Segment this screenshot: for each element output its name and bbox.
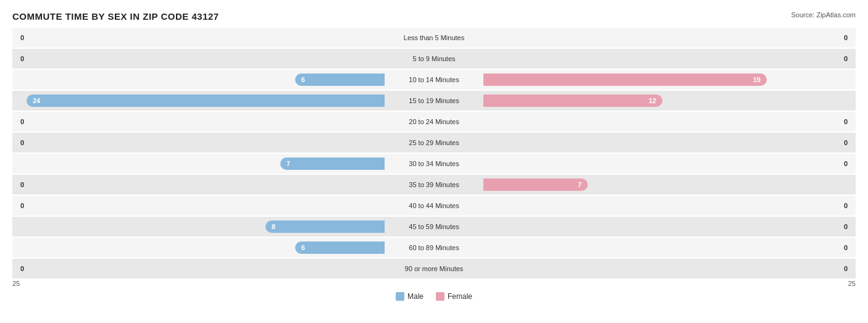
axis-labels: 25 25 xyxy=(12,280,856,287)
chart-container: COMMUTE TIME BY SEX IN ZIP CODE 43127 So… xyxy=(0,0,868,323)
bar-label: 45 to 59 Minutes xyxy=(385,223,483,230)
bar-label: 20 to 24 Minutes xyxy=(385,118,483,125)
bar-row: 0 40 to 44 Minutes 0 xyxy=(12,196,856,216)
bar-label: 35 to 39 Minutes xyxy=(385,181,483,188)
male-zero: 0 xyxy=(20,181,24,188)
female-bar: 19 xyxy=(483,73,767,86)
right-section: 0 xyxy=(483,196,856,216)
right-section: 0 xyxy=(483,154,856,174)
female-value: 12 xyxy=(645,97,660,104)
axis-right-label: 25 xyxy=(848,280,856,287)
female-zero: 0 xyxy=(844,160,848,167)
left-section: 6 xyxy=(12,238,385,258)
right-section: 0 xyxy=(483,238,856,258)
male-value: 24 xyxy=(29,97,44,104)
male-bar: 8 xyxy=(265,220,385,233)
bar-label: 30 to 34 Minutes xyxy=(385,160,483,167)
female-zero: 0 xyxy=(844,265,848,272)
chart-area: 0 Less than 5 Minutes 0 0 5 to 9 Minutes… xyxy=(12,28,856,279)
right-section: 0 xyxy=(483,217,856,237)
bar-row: 6 10 to 14 Minutes 19 xyxy=(12,70,856,90)
female-zero: 0 xyxy=(844,202,848,209)
male-zero: 0 xyxy=(20,118,24,125)
bar-label: 15 to 19 Minutes xyxy=(385,97,483,104)
bar-label: 60 to 89 Minutes xyxy=(385,244,483,251)
male-bar: 6 xyxy=(295,73,385,86)
bar-row: 0 35 to 39 Minutes 7 xyxy=(12,175,856,195)
male-zero: 0 xyxy=(20,34,24,41)
female-legend-label: Female xyxy=(448,292,472,301)
bar-row: 0 5 to 9 Minutes 0 xyxy=(12,49,856,69)
bar-label: 10 to 14 Minutes xyxy=(385,76,483,83)
bar-label: 25 to 29 Minutes xyxy=(385,139,483,146)
male-bar: 6 xyxy=(295,241,385,254)
bar-row: 6 60 to 89 Minutes 0 xyxy=(12,238,856,258)
female-bar: 12 xyxy=(483,94,662,107)
male-zero: 0 xyxy=(20,55,24,62)
left-section: 0 xyxy=(12,112,385,132)
male-zero: 0 xyxy=(20,202,24,209)
left-section: 8 xyxy=(12,217,385,237)
bar-row: 0 20 to 24 Minutes 0 xyxy=(12,112,856,132)
female-value: 7 xyxy=(574,181,585,188)
left-section: 0 xyxy=(12,259,385,279)
legend-row: Male Female xyxy=(12,292,856,301)
left-section: 24 xyxy=(12,91,385,111)
male-legend-box xyxy=(396,292,404,301)
right-section: 0 xyxy=(483,259,856,279)
female-zero: 0 xyxy=(844,223,848,230)
female-zero: 0 xyxy=(844,118,848,125)
bar-row: 8 45 to 59 Minutes 0 xyxy=(12,217,856,237)
bar-label: 40 to 44 Minutes xyxy=(385,202,483,209)
source-text: Source: ZipAtlas.com xyxy=(791,11,856,19)
right-section: 7 xyxy=(483,175,856,195)
title-row: COMMUTE TIME BY SEX IN ZIP CODE 43127 So… xyxy=(12,11,856,22)
bar-row: 24 15 to 19 Minutes 12 xyxy=(12,91,856,111)
female-legend-box xyxy=(436,292,444,301)
left-section: 7 xyxy=(12,154,385,174)
right-section: 12 xyxy=(483,91,856,111)
male-zero: 0 xyxy=(20,139,24,146)
chart-title: COMMUTE TIME BY SEX IN ZIP CODE 43127 xyxy=(12,11,219,22)
axis-left-label: 25 xyxy=(12,280,20,287)
bar-label: Less than 5 Minutes xyxy=(385,34,483,41)
left-section: 0 xyxy=(12,175,385,195)
left-section: 0 xyxy=(12,133,385,153)
female-zero: 0 xyxy=(844,55,848,62)
male-value: 6 xyxy=(298,76,309,83)
legend-female: Female xyxy=(436,292,472,301)
bar-row: 0 Less than 5 Minutes 0 xyxy=(12,28,856,48)
male-bar: 7 xyxy=(280,157,385,170)
bar-label: 5 to 9 Minutes xyxy=(385,55,483,62)
male-value: 8 xyxy=(268,223,279,230)
legend-male: Male xyxy=(396,292,424,301)
female-value: 19 xyxy=(749,76,764,83)
right-section: 0 xyxy=(483,49,856,69)
bar-row: 0 25 to 29 Minutes 0 xyxy=(12,133,856,153)
left-section: 0 xyxy=(12,28,385,48)
female-zero: 0 xyxy=(844,244,848,251)
right-section: 0 xyxy=(483,133,856,153)
male-legend-label: Male xyxy=(407,292,424,301)
female-zero: 0 xyxy=(844,34,848,41)
male-bar: 24 xyxy=(27,94,385,107)
male-value: 6 xyxy=(298,244,309,251)
left-section: 0 xyxy=(12,49,385,69)
right-section: 0 xyxy=(483,112,856,132)
female-zero: 0 xyxy=(844,139,848,146)
male-zero: 0 xyxy=(20,265,24,272)
right-section: 19 xyxy=(483,70,856,90)
bar-label: 90 or more Minutes xyxy=(385,265,483,272)
bar-row: 0 90 or more Minutes 0 xyxy=(12,259,856,279)
left-section: 6 xyxy=(12,70,385,90)
right-section: 0 xyxy=(483,28,856,48)
male-value: 7 xyxy=(283,160,294,167)
bar-row: 7 30 to 34 Minutes 0 xyxy=(12,154,856,174)
left-section: 0 xyxy=(12,196,385,216)
female-bar: 7 xyxy=(483,178,588,191)
